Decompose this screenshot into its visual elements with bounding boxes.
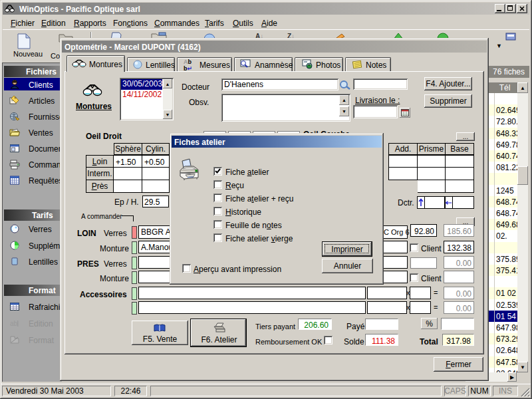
- svg-text:ab: ab: [10, 320, 18, 327]
